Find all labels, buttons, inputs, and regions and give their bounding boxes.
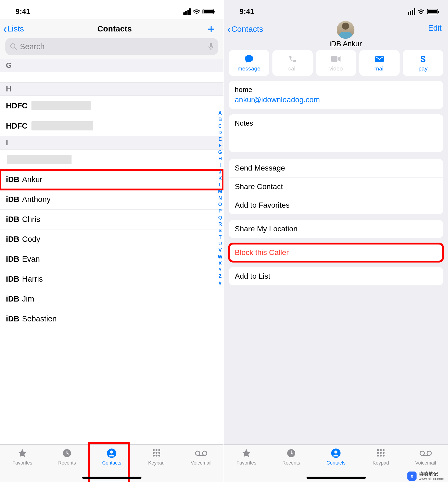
tab-favorites[interactable]: Favorites [226,448,266,466]
wifi-icon [417,9,425,15]
index-letter[interactable]: T [219,234,222,240]
contact-row-idb-sebastien[interactable]: iDB Sebastien [0,309,223,329]
notes-cell[interactable]: Notes [229,114,443,152]
back-button[interactable]: ‹ Lists [3,23,24,34]
index-letter[interactable]: E [218,136,222,142]
svg-point-15 [155,455,157,456]
tab-label: Recents [282,460,300,466]
option-block-caller[interactable]: Block this Caller [229,243,443,262]
action-label: mail [374,65,385,72]
tab-label: Recents [58,460,76,466]
home-indicator[interactable] [82,477,141,479]
tab-keypad[interactable]: Keypad [136,448,177,466]
search-icon [10,43,17,50]
redacted-text [31,101,91,110]
mic-icon[interactable] [208,42,214,51]
screen-contact-detail: 9:41 ‹ Contacts iDB Ankur Edit message c… [224,0,448,482]
svg-point-17 [195,451,200,455]
action-mail[interactable]: mail [359,50,400,76]
tab-recents[interactable]: Recents [47,448,87,466]
action-label: call [288,65,297,72]
index-letter[interactable]: J [219,169,221,175]
contact-row-idb-ankur[interactable]: iDB Ankur [0,170,223,190]
contact-avatar[interactable] [337,21,354,39]
index-letter[interactable]: W [218,254,222,260]
add-contact-button[interactable]: + [205,22,217,36]
contact-row-hdfc-2[interactable]: HDFC [0,116,223,136]
contact-row-hdfc-1[interactable]: HDFC [0,96,223,116]
message-icon [244,54,254,64]
voicemail-icon [419,448,432,459]
contact-row-idb-chris[interactable]: iDB Chris [0,210,223,229]
index-letter[interactable]: V [218,247,222,253]
index-letter[interactable]: B [218,116,222,123]
index-letter[interactable]: Z [219,273,222,279]
contacts-scroll[interactable]: G H HDFC HDFC I iDB Ankur iDB Anthony iD… [0,59,223,444]
index-letter[interactable]: X [218,260,222,267]
index-letter[interactable]: F [219,142,222,149]
contact-row-idb-anthony[interactable]: iDB Anthony [0,190,223,210]
action-message[interactable]: message [229,50,269,76]
phone-icon [288,54,297,64]
tab-contacts[interactable]: Contacts [316,448,356,466]
index-letter[interactable]: N [218,195,222,201]
contact-row-idb-evan[interactable]: iDB Evan [0,249,223,269]
option-add-to-favorites[interactable]: Add to Favorites [229,196,443,214]
status-bar: 9:41 [224,0,448,19]
tab-keypad[interactable]: Keypad [361,448,401,466]
svg-point-27 [383,449,385,451]
nav-bar: ‹ Contacts iDB Ankur Edit [224,19,448,46]
alphabet-index[interactable]: ABCDEFGHIJKLMNOPQRSTUVWXYZ# [218,110,222,286]
option-send-message[interactable]: Send Message [229,159,443,178]
nav-title: Contacts [97,24,132,33]
index-letter[interactable]: L [219,182,222,188]
status-icons [183,8,214,15]
battery-icon [427,9,438,14]
index-letter[interactable]: R [218,221,222,227]
index-letter[interactable]: G [218,149,222,155]
index-letter[interactable]: H [218,155,222,162]
index-letter[interactable]: P [218,208,222,214]
option-share-location[interactable]: Share My Location [229,220,443,238]
back-button[interactable]: ‹ Contacts [227,24,263,34]
edit-button[interactable]: Edit [428,24,442,33]
dollar-icon: $ [421,54,426,64]
contact-name-bold: iDB [6,275,19,283]
option-share-contact[interactable]: Share Contact [229,178,443,196]
search-field[interactable] [5,38,218,55]
index-letter[interactable]: D [218,129,222,136]
index-letter[interactable]: O [218,201,222,208]
search-input[interactable] [20,42,205,51]
tab-recents[interactable]: Recents [271,448,311,466]
tab-label: Voicemail [191,460,211,466]
tab-contacts[interactable]: Contacts [92,448,132,466]
index-letter[interactable]: S [218,227,222,234]
home-indicator[interactable] [307,477,366,479]
svg-point-10 [158,449,160,451]
index-letter[interactable]: I [219,162,221,168]
svg-rect-20 [331,56,337,62]
email-cell[interactable]: home ankur@idownloadog.com [229,81,443,109]
video-icon [330,54,341,64]
tab-favorites[interactable]: Favorites [2,448,42,466]
index-letter[interactable]: M [218,188,222,195]
index-letter[interactable]: Q [218,214,222,221]
action-pay[interactable]: $ pay [403,50,443,76]
index-letter[interactable]: Y [218,267,222,273]
email-value[interactable]: ankur@idownloadog.com [235,95,320,104]
index-letter[interactable]: A [218,110,222,116]
option-add-to-list[interactable]: Add to List [229,267,443,285]
index-letter[interactable]: U [218,240,222,247]
index-letter[interactable]: C [218,123,222,129]
svg-point-35 [427,451,431,455]
tab-voicemail[interactable]: Voicemail [181,448,221,466]
tab-voicemail[interactable]: Voicemail [406,448,446,466]
action-video: video [316,50,356,76]
index-letter[interactable]: K [218,175,222,182]
contact-row-idb-jim[interactable]: iDB Jim [0,289,223,309]
svg-point-12 [155,452,157,454]
contact-row-redacted[interactable] [0,150,223,170]
index-letter[interactable]: # [219,280,221,286]
contact-row-idb-harris[interactable]: iDB Harris [0,269,223,289]
contact-row-idb-cody[interactable]: iDB Cody [0,229,223,249]
